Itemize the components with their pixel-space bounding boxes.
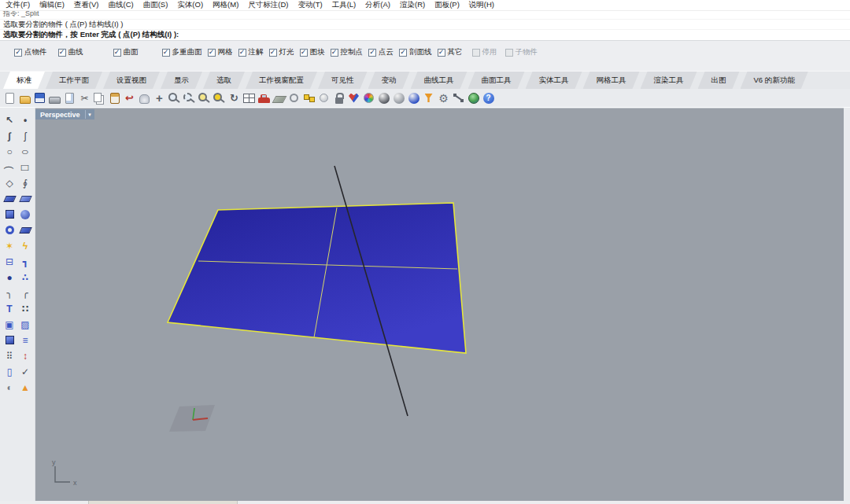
filter-checkbox[interactable]: ✓ 控制点: [331, 47, 364, 57]
boolean-union-icon[interactable]: ●: [2, 270, 17, 284]
checkbox-icon[interactable]: ✓: [208, 49, 216, 57]
arc-icon[interactable]: (: [2, 160, 17, 174]
color-wheel-icon[interactable]: [361, 90, 376, 107]
filter-checkbox[interactable]: ✓ 点云: [368, 47, 394, 57]
menu-item[interactable]: 面板(P): [431, 0, 465, 10]
open-file-icon[interactable]: [17, 90, 32, 107]
block-icon[interactable]: ▣: [2, 318, 17, 331]
toolbar-tab[interactable]: 设置视图: [103, 72, 160, 89]
checkbox-icon[interactable]: ✓: [300, 49, 308, 57]
point-icon[interactable]: •: [17, 113, 33, 127]
history-icon[interactable]: [451, 90, 466, 107]
zoom-selected-icon[interactable]: [197, 90, 212, 107]
checkbox-icon[interactable]: ✓: [162, 49, 170, 57]
check-icon[interactable]: ✓: [17, 365, 33, 378]
menu-item[interactable]: 工具(L): [328, 0, 362, 10]
osnap-points-icon[interactable]: [301, 90, 316, 107]
globe-icon[interactable]: [466, 90, 481, 107]
control-point-curve-icon[interactable]: ∫: [2, 129, 17, 142]
cplane-circle-icon[interactable]: [286, 90, 301, 107]
boolean-difference-icon[interactable]: ∴: [17, 270, 33, 284]
filter-checkbox[interactable]: ✓ 灯光: [269, 47, 294, 57]
sphere-icon[interactable]: [17, 208, 33, 221]
car-icon[interactable]: [257, 90, 272, 107]
checkbox-icon[interactable]: ✓: [113, 49, 121, 57]
trim-icon[interactable]: ϟ: [17, 239, 33, 252]
point-cloud-icon[interactable]: ∷: [17, 302, 33, 315]
checkbox-icon[interactable]: ✓: [368, 49, 376, 57]
zoom-dynamic-icon[interactable]: [167, 90, 182, 107]
funnel-icon[interactable]: [421, 90, 436, 107]
blue-sphere-icon[interactable]: [406, 90, 421, 107]
gear-icon[interactable]: ⚙: [436, 90, 451, 107]
filter-checkbox[interactable]: ✓ 曲面: [113, 47, 139, 57]
shaded-sphere-icon[interactable]: [376, 90, 391, 107]
selected-surface[interactable]: [168, 203, 466, 353]
solid-tools-icon[interactable]: [2, 333, 17, 347]
checkbox-icon[interactable]: ✓: [472, 49, 480, 57]
filter-checkbox[interactable]: ✓ 曲线: [58, 47, 83, 57]
filter-checkbox[interactable]: ✓ 子物件: [505, 47, 538, 57]
explode-icon[interactable]: ✶: [2, 239, 17, 252]
toolbar-tab[interactable]: 显示: [161, 72, 202, 89]
viewport-layout-icon[interactable]: [242, 90, 257, 107]
polygon-icon[interactable]: ◇: [2, 176, 17, 189]
toolbar-tab[interactable]: 曲面工具: [468, 72, 525, 89]
menu-item[interactable]: 编辑(E): [35, 0, 70, 10]
split-icon[interactable]: ⊟: [2, 255, 17, 268]
checkbox-icon[interactable]: ✓: [269, 49, 277, 57]
menu-item[interactable]: 说明(H): [465, 0, 500, 10]
filter-checkbox[interactable]: ✓ 点物件: [14, 47, 47, 57]
lock-icon[interactable]: [331, 90, 346, 107]
selection-filter-icon[interactable]: [346, 90, 361, 107]
array-icon[interactable]: ⠿: [2, 349, 17, 362]
toolbar-tab[interactable]: 变动: [368, 72, 410, 89]
filter-checkbox[interactable]: ✓ 剖面线: [399, 47, 432, 57]
filter-checkbox[interactable]: ✓ 网格: [208, 47, 233, 57]
menu-item[interactable]: 分析(A): [361, 0, 396, 10]
checkbox-icon[interactable]: ✓: [14, 49, 22, 57]
menu-item[interactable]: 变动(T): [294, 0, 328, 10]
rotate-view-icon[interactable]: ↻: [227, 90, 242, 107]
toolbar-tab[interactable]: 标准: [3, 72, 45, 89]
viewport-canvas[interactable]: y x: [35, 109, 844, 502]
properties-doc-icon[interactable]: [62, 90, 77, 107]
gray-sphere-icon[interactable]: [391, 90, 406, 107]
menu-item[interactable]: 尺寸标注(D): [244, 0, 294, 10]
checkbox-icon[interactable]: ✓: [438, 49, 445, 57]
print-icon[interactable]: [47, 90, 62, 107]
pan-icon[interactable]: [137, 90, 152, 107]
toolbar-tab[interactable]: 网格工具: [583, 72, 640, 89]
surface-patch-icon[interactable]: [2, 192, 17, 205]
move-icon[interactable]: +: [152, 90, 167, 107]
viewport-title[interactable]: Perspective: [35, 111, 85, 119]
circle-icon[interactable]: ○: [2, 145, 17, 158]
lamp-icon[interactable]: [316, 90, 331, 107]
menu-item[interactable]: 文件(F): [2, 0, 35, 10]
hatch-icon[interactable]: ▨: [17, 318, 33, 331]
menu-item[interactable]: 曲面(S): [139, 0, 174, 10]
perspective-viewport[interactable]: y x Perspective ▼: [35, 108, 844, 501]
toolbar-tab[interactable]: 选取: [203, 72, 245, 89]
filter-checkbox[interactable]: ✓ 注解: [238, 47, 264, 57]
pin-icon[interactable]: ↕: [17, 349, 33, 362]
menu-item[interactable]: 曲线(C): [104, 0, 139, 10]
menu-item[interactable]: 实体(O): [173, 0, 209, 10]
pyramid-icon[interactable]: ▲: [17, 381, 33, 394]
menu-item[interactable]: 网格(M): [209, 0, 244, 10]
help-icon[interactable]: ?: [481, 90, 496, 107]
toolbar-tab[interactable]: 工作视窗配置: [246, 72, 317, 89]
filter-checkbox[interactable]: ✓ 停用: [472, 47, 497, 57]
toolbar-tab[interactable]: 实体工具: [526, 72, 582, 89]
revolve-surface-icon[interactable]: [17, 192, 33, 205]
fillet-edge-icon[interactable]: ┓: [17, 255, 33, 268]
filter-checkbox[interactable]: ✓ 多重曲面: [162, 47, 202, 57]
drape-icon[interactable]: ≡: [17, 333, 33, 347]
filter-checkbox[interactable]: ✓ 图块: [300, 47, 325, 57]
notebook-icon[interactable]: ▯: [2, 365, 17, 378]
command-prompt[interactable]: 选取要分割的物件，按 Enter 完成 ( 点(P) 结构线(I) ):: [0, 29, 850, 40]
zoom-extents-icon[interactable]: [212, 90, 227, 107]
box-icon[interactable]: [2, 208, 17, 221]
map-view-icon[interactable]: [272, 90, 286, 107]
toolbar-tab[interactable]: 出图: [698, 72, 740, 89]
